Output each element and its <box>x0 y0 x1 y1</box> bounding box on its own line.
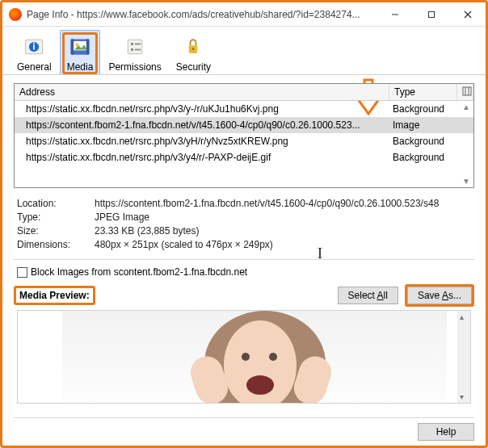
close-button[interactable] <box>449 2 486 26</box>
svg-rect-21 <box>463 87 471 95</box>
media-preview-label: Media Preview: <box>14 286 95 305</box>
col-type[interactable]: Type <box>389 84 457 100</box>
cell-type: Image <box>389 119 473 131</box>
page-info-window: Page Info - https://www.facebook.com/ads… <box>0 0 488 448</box>
table-row[interactable]: https://static.xx.fbcdn.net/rsrc.php/v3/… <box>15 133 473 149</box>
table-row[interactable]: https://static.xx.fbcdn.net/rsrc.php/v3/… <box>15 101 473 117</box>
svg-rect-12 <box>71 39 74 54</box>
block-images-label: Block Images from scontent.fbom2-1.fna.f… <box>31 266 247 278</box>
title-bar: Page Info - https://www.facebook.com/ads… <box>2 2 486 27</box>
preview-image <box>62 311 447 404</box>
tab-bar: General Media <box>2 27 486 75</box>
size-value: 23.33 KB (23,885 bytes) <box>95 225 474 237</box>
tab-permissions[interactable]: Permissions <box>102 30 167 74</box>
window-title: Page Info - https://www.facebook.com/ads… <box>27 9 377 20</box>
tab-label: General <box>17 61 52 73</box>
svg-rect-6 <box>33 44 35 49</box>
svg-rect-7 <box>33 43 35 44</box>
tab-security[interactable]: Security <box>170 30 217 74</box>
scroll-down-icon[interactable]: ▾ <box>460 392 464 401</box>
divider <box>14 259 474 260</box>
tab-media[interactable]: Media <box>60 30 101 74</box>
table-row[interactable]: https://static.xx.fbcdn.net/rsrc.php/v3/… <box>15 149 473 165</box>
content-area: Address Type https://static.xx.fbcdn.net… <box>2 75 486 408</box>
cell-address: https://static.xx.fbcdn.net/rsrc.php/v3/… <box>15 152 389 163</box>
type-value: JPEG Image <box>95 211 474 223</box>
minimize-button[interactable] <box>377 2 413 26</box>
location-label: Location: <box>17 198 95 209</box>
svg-point-20 <box>192 48 195 50</box>
table-row[interactable]: https://scontent.fbom2-1.fna.fbcdn.net/v… <box>15 117 473 133</box>
save-as-button[interactable]: Save As... <box>407 287 472 304</box>
column-picker-icon[interactable] <box>457 84 473 100</box>
cell-type: Background <box>389 136 473 147</box>
svg-point-16 <box>131 48 134 52</box>
tab-general[interactable]: General <box>11 30 58 74</box>
svg-rect-17 <box>135 44 141 45</box>
col-address[interactable]: Address <box>15 84 389 100</box>
svg-rect-14 <box>128 40 142 54</box>
dimensions-label: Dimensions: <box>17 239 95 250</box>
media-info: Location: https://scontent.fbom2-1.fna.f… <box>14 196 474 251</box>
cell-address: https://static.xx.fbcdn.net/rsrc.php/v3/… <box>15 103 389 115</box>
preview-scrollbar[interactable]: ▴ ▾ <box>457 311 470 403</box>
table-body: https://static.xx.fbcdn.net/rsrc.php/v3/… <box>15 101 473 187</box>
cell-type: Background <box>389 152 473 163</box>
media-icon <box>67 34 93 60</box>
table-header: Address Type <box>15 84 473 101</box>
location-value: https://scontent.fbom2-1.fna.fbcdn.net/v… <box>95 198 474 209</box>
permissions-icon <box>122 34 148 60</box>
svg-rect-1 <box>428 11 434 17</box>
annotation-highlight: Save As... <box>405 284 474 307</box>
cell-address: https://static.xx.fbcdn.net/rsrc.php/v3/… <box>15 136 389 147</box>
firefox-icon <box>9 8 22 21</box>
footer-row: Help <box>14 417 474 441</box>
dimensions-value: 480px × 251px (scaled to 476px × 249px) <box>95 239 474 250</box>
scroll-up-icon[interactable]: ▴ <box>460 312 464 321</box>
type-label: Type: <box>17 211 95 223</box>
svg-rect-13 <box>86 39 90 54</box>
action-row: Media Preview: Select All Save As... <box>14 284 474 307</box>
info-icon <box>21 34 47 60</box>
maximize-button[interactable] <box>413 2 449 26</box>
tab-label: Security <box>176 61 211 73</box>
block-images-row: Block Images from scontent.fbom2-1.fna.f… <box>14 265 474 284</box>
size-label: Size: <box>17 225 95 237</box>
cell-address: https://scontent.fbom2-1.fna.fbcdn.net/v… <box>15 119 389 131</box>
svg-point-15 <box>131 43 134 46</box>
block-images-checkbox[interactable] <box>17 267 27 278</box>
media-preview-pane: ▴ ▾ <box>17 310 471 404</box>
media-table: Address Type https://static.xx.fbcdn.net… <box>14 83 474 188</box>
tab-label: Permissions <box>108 61 161 73</box>
scroll-up-icon[interactable]: ▲ <box>461 103 472 111</box>
tab-label: Media <box>67 61 94 73</box>
svg-rect-18 <box>135 49 141 51</box>
lock-icon <box>180 34 206 60</box>
scroll-down-icon[interactable]: ▼ <box>461 177 472 186</box>
window-controls <box>377 2 486 26</box>
help-button[interactable]: Help <box>418 423 474 441</box>
select-all-button[interactable]: Select All <box>338 287 398 304</box>
